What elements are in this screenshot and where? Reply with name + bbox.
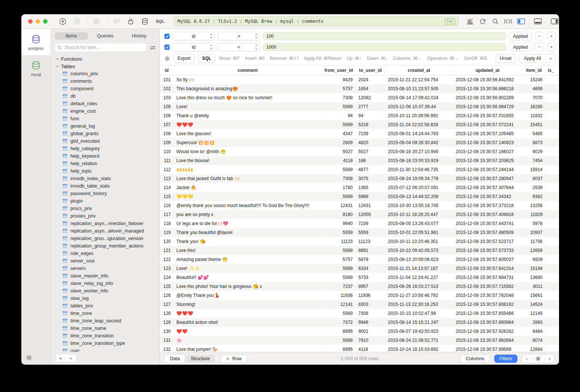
- refresh-icon[interactable]: [478, 17, 487, 26]
- table-cell-updated_at[interactable]: 2015-12-08 15:30:57.715562: [453, 284, 522, 289]
- sidebar-table-item-comments[interactable]: comments: [51, 78, 160, 85]
- table-cell-item_id[interactable]: 15245: [522, 77, 546, 82]
- table-cell-created_at[interactable]: 2015-11-13 22:30:16.253: [385, 302, 453, 307]
- tab-queries[interactable]: Queries: [89, 32, 122, 40]
- table-row[interactable]: 109Supercool 💥💥💥260948202015-09-04 09:28…: [160, 138, 559, 147]
- filter-applied-button[interactable]: Applied: [509, 43, 532, 51]
- sidebar-table-item-replication_grouiguration_version[interactable]: replication_grou...iguration_version: [51, 235, 160, 242]
- table-cell-to_user_id[interactable]: 9001: [356, 329, 385, 334]
- table-cell-item_id[interactable]: 7454: [522, 158, 546, 163]
- table-row[interactable]: 106Thank u @emily94942015-10-11 20:39:56…: [160, 111, 559, 120]
- table-cell-from_user_id[interactable]: 11936: [322, 293, 356, 298]
- table-cell-from_user_id[interactable]: 5569: [322, 311, 356, 316]
- table-cell-item_id[interactable]: 16285: [522, 104, 546, 109]
- table-cell-comment[interactable]: you are so pretty x: [174, 212, 322, 217]
- table-cell-from_user_id[interactable]: 5569: [322, 167, 356, 172]
- sql-button[interactable]: SQL: [198, 54, 216, 63]
- table-cell-to_user_id[interactable]: 1365: [356, 185, 385, 190]
- table-row[interactable]: 123Love! ✨✨556963342015-11-21 14:13:57.1…: [160, 264, 559, 273]
- lock-icon[interactable]: [126, 17, 135, 26]
- table-cell-from_user_id[interactable]: 5569: [322, 275, 356, 280]
- table-cell-item_id[interactable]: 15451: [522, 122, 546, 127]
- table-cell-id[interactable]: 127: [160, 302, 174, 307]
- table-cell-comment[interactable]: 🙌🙌🙌: [174, 167, 322, 172]
- table-cell-to_user_id[interactable]: 5027: [356, 149, 385, 154]
- table-cell-item_id[interactable]: 8074: [522, 338, 546, 343]
- tab-data[interactable]: Data: [164, 354, 185, 363]
- sidebar-table-item-time_zone[interactable]: time_zone: [51, 310, 160, 317]
- add-item-button[interactable]: +: [56, 356, 66, 361]
- table-cell-updated_at[interactable]: 2015-12-08 15:30:57.480509: [453, 230, 522, 235]
- table-cell-created_at[interactable]: 2015-08-10 21:23:57.505: [385, 86, 453, 91]
- filter-sliders-icon[interactable]: [150, 45, 156, 50]
- toggle-bottom-panel-icon[interactable]: [533, 17, 542, 26]
- table-cell-from_user_id[interactable]: 5559: [322, 230, 356, 235]
- table-cell-id[interactable]: 121: [160, 248, 174, 253]
- table-cell-created_at[interactable]: 2015-07-12 06:20:07.091: [385, 185, 453, 190]
- table-cell-created_at[interactable]: 2015-08-01 14:24:44.783: [385, 131, 453, 136]
- table-cell-item_id[interactable]: 7070: [522, 95, 546, 100]
- connection-plug-icon[interactable]: [58, 17, 67, 26]
- table-row[interactable]: 115💛💛💛556959692015-09-13 14:44:32.209201…: [160, 192, 559, 201]
- zoom-window-button[interactable]: [43, 19, 48, 24]
- remove-filter-button[interactable]: −: [535, 32, 544, 40]
- minimize-window-button[interactable]: [36, 19, 40, 24]
- table-cell-updated_at[interactable]: 2015-12-08 15:30:57.808192: [453, 302, 522, 307]
- table-cell-to_user_id[interactable]: 4877: [356, 167, 385, 172]
- table-cell-created_at[interactable]: 2015-08-18 20:27:10.945: [385, 149, 453, 154]
- table-cell-item_id[interactable]: 12659: [522, 248, 546, 253]
- sidebar-table-item-replication_asynnnection_failover[interactable]: replication_asyn...nnection_failover: [51, 220, 160, 227]
- table-cell-updated_at[interactable]: 2015-12-08 15:30:57.280947: [453, 176, 522, 181]
- table-row[interactable]: 130❤️❤️899590012015-08-07 19:43:50.92320…: [160, 327, 559, 336]
- column-header-to_user_id[interactable]: to_user_id: [356, 68, 385, 73]
- table-cell-from_user_id[interactable]: 7372: [322, 320, 356, 325]
- table-cell-from_user_id[interactable]: 5569: [322, 266, 356, 271]
- table-row[interactable]: 113Love that jacket! Outfit is fab 🙌🏻730…: [160, 174, 559, 183]
- table-cell-id[interactable]: 125: [160, 284, 174, 289]
- table-row[interactable]: 112🙌🙌🙌556948772015-11-30 12:54:49.735201…: [160, 165, 559, 174]
- table-cell-created_at[interactable]: 2015-10-11 20:39:56.992: [385, 113, 453, 118]
- table-cell-to_user_id[interactable]: 6334: [356, 266, 385, 271]
- table-cell-updated_at[interactable]: 2015-12-08 15:30:57.031655: [453, 113, 522, 118]
- table-cell-created_at[interactable]: 2015-08-14 15:15:21.247: [385, 320, 453, 325]
- table-cell-to_user_id[interactable]: 7910: [356, 338, 385, 343]
- table-cell-updated_at[interactable]: 2015-12-08 15:30:57.140823: [453, 140, 522, 145]
- sidebar-table-item-default_roles[interactable]: default_roles: [51, 100, 160, 107]
- table-cell-to_user_id[interactable]: 5216: [356, 122, 385, 127]
- table-cell-item_id[interactable]: 10937: [522, 230, 546, 235]
- sidebar-table-item-columns_priv[interactable]: columns_priv: [51, 70, 160, 78]
- table-cell-created_at[interactable]: 2015-10-11 13:20:46.351: [385, 239, 453, 244]
- table-cell-to_user_id[interactable]: 5969: [356, 194, 385, 199]
- table-cell-id[interactable]: 101: [160, 77, 174, 82]
- sidebar-table-item-general_log[interactable]: general_log: [51, 122, 160, 130]
- columns-button[interactable]: Columns: [461, 355, 489, 363]
- table-cell-updated_at[interactable]: 2015-12-08 15:30:57.408816: [453, 212, 522, 217]
- table-cell-created_at[interactable]: 2015-08-05 13:26:43.077: [385, 221, 453, 226]
- table-cell-to_user_id[interactable]: 8691: [356, 248, 385, 253]
- focus-mode-icon[interactable]: [504, 17, 513, 26]
- table-cell-updated_at[interactable]: 2015-12-08 15:30:57.166027: [453, 149, 522, 154]
- table-cell-created_at[interactable]: 2015-08-26 16:03:27.513: [385, 284, 453, 289]
- table-cell-comment[interactable]: Love!: [174, 104, 322, 109]
- table-cell-id[interactable]: 106: [160, 113, 174, 118]
- unset-button[interactable]: Unset: [496, 54, 516, 63]
- table-row[interactable]: 107❤️❤️❤️556952162015-11-24 22:02:58.828…: [160, 120, 559, 129]
- table-cell-id[interactable]: 120: [160, 239, 174, 244]
- table-cell-item_id[interactable]: 8011: [522, 284, 546, 289]
- table-cell-created_at[interactable]: 2015-08-13 20:59:06.623: [385, 257, 453, 262]
- table-cell-comment[interactable]: Love this!: [174, 248, 322, 253]
- table-cell-item_id[interactable]: 12884: [522, 347, 546, 352]
- table-cell-comment[interactable]: Supercool 💥💥💥: [174, 140, 322, 145]
- table-cell-to_user_id[interactable]: 7239: [356, 131, 385, 136]
- table-cell-to_user_id[interactable]: 2024: [356, 77, 385, 82]
- column-header-created_at[interactable]: created_at: [385, 68, 453, 73]
- table-cell-from_user_id[interactable]: 8995: [322, 347, 356, 352]
- table-row[interactable]: 116@emily thank you soooo much beautiful…: [160, 201, 559, 210]
- table-cell-updated_at[interactable]: 2015-12-08 15:30:57.684731: [453, 275, 522, 280]
- table-cell-to_user_id[interactable]: 7308: [356, 311, 385, 316]
- apply-all-button[interactable]: Apply All: [519, 54, 556, 63]
- table-row[interactable]: 132Love that jumper! 🐎899541182015-10-24…: [160, 345, 559, 352]
- table-cell-id[interactable]: 126: [160, 293, 174, 298]
- filter-column-select[interactable]: id: [172, 32, 215, 40]
- table-cell-created_at[interactable]: 2015-11-04 12:24:41.227: [385, 275, 453, 280]
